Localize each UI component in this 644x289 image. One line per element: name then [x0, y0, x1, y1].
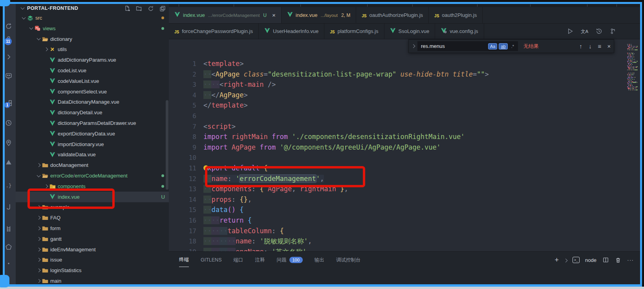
- code-line-15[interactable]: 15··data() {: [169, 205, 640, 215]
- panel-tab-cjk[interactable]: 端口: [234, 257, 243, 267]
- remote-explorer-icon[interactable]: [5, 71, 14, 80]
- tree-item-ideenvmanagement[interactable]: ideEnvManagement: [16, 244, 169, 255]
- tree-item-importdictionary-vue[interactable]: importDictionary.vue: [16, 139, 169, 150]
- tab-oauth2plugin-js[interactable]: JSoauth2Plugin.js: [429, 7, 483, 23]
- panel-tab-cjk[interactable]: 问题100: [277, 257, 303, 267]
- code-line-17[interactable]: 17······tableColumn: {: [169, 226, 640, 236]
- toggle-replace-chevron-icon[interactable]: [409, 45, 417, 48]
- tree-item-form[interactable]: form: [16, 223, 169, 234]
- terminal-instance-label[interactable]: node: [585, 257, 596, 263]
- split-terminal-icon[interactable]: [602, 256, 609, 263]
- tree-item-index-vue[interactable]: index.vueU: [16, 192, 169, 202]
- tree-item-example[interactable]: example: [16, 202, 169, 212]
- clock-icon[interactable]: [5, 119, 14, 127]
- whole-word-toggle[interactable]: ab: [499, 43, 507, 49]
- tree-item-dictionaryparamsdetaildrawer-vue[interactable]: dictionaryParamsDetailDrawer.vue: [16, 118, 169, 128]
- code-line-1[interactable]: 1<template>: [169, 59, 640, 69]
- pentagon-icon[interactable]: [5, 243, 14, 251]
- panel-tab-cjk[interactable]: 注释: [255, 257, 265, 267]
- tree-item-gantt[interactable]: gantt: [16, 234, 169, 244]
- code-line-3[interactable]: 3····<right-main />: [169, 79, 640, 90]
- new-terminal-button[interactable]: +: [555, 256, 559, 263]
- code-line-13[interactable]: 13··components: { AgPage, rightMain },: [169, 184, 640, 194]
- translate-icon[interactable]: 文A: [580, 27, 588, 35]
- tab-label: index.vue: [296, 12, 318, 18]
- pin-icon[interactable]: [5, 138, 14, 147]
- tree-item-exportdictionarydata-vue[interactable]: exportDictionaryData.vue: [16, 128, 169, 139]
- tab-platformconfigs-js[interactable]: JSplatformConfigs.js: [324, 24, 384, 39]
- code-line-18[interactable]: 18········name: '脱敏规则名称',: [169, 236, 640, 247]
- run-icon[interactable]: [566, 27, 574, 35]
- panel-tab-cjk[interactable]: 输出: [315, 257, 324, 267]
- code-line-2[interactable]: 2··<AgPage class="desensitization-list-p…: [169, 69, 640, 80]
- tree-item-adddictionaryparams-vue[interactable]: addDictionaryParams.vue: [16, 55, 169, 65]
- tree-item-dictionary[interactable]: dictionary: [16, 34, 169, 44]
- code-line-5[interactable]: 5</template>: [169, 100, 640, 111]
- tree-item-utils[interactable]: utils: [16, 44, 169, 55]
- tab-ssologin-vue[interactable]: SsoLogin.vue: [384, 24, 435, 39]
- tree-item-codevaluelist-vue[interactable]: codeValueList.vue: [16, 76, 169, 86]
- history-icon[interactable]: [595, 27, 603, 35]
- brace-icon[interactable]: .}: [5, 181, 14, 190]
- code-line-9[interactable]: 9import AgPage from '@/components/AgreeU…: [169, 142, 640, 153]
- triangle-icon[interactable]: [5, 158, 14, 166]
- find-next-icon[interactable]: ↓: [585, 42, 595, 51]
- code-editor[interactable]: 1<template>2··<AgPage class="desensitiza…: [169, 39, 640, 255]
- git-graph-icon[interactable]: [609, 27, 617, 35]
- tree-item-faq[interactable]: FAQ: [16, 212, 169, 223]
- explorer-header[interactable]: PORTAL-FRONTEND: [16, 4, 169, 13]
- code-line-14[interactable]: 14··props: {},: [169, 194, 640, 205]
- tree-item-validatedata-vue[interactable]: validateData.vue: [16, 149, 169, 160]
- code-line-8[interactable]: 8import rightMain from './components/des…: [169, 132, 640, 142]
- dot-icon[interactable]: [5, 259, 14, 268]
- code-line-10[interactable]: 10: [169, 152, 640, 163]
- tree-item-docmanagement[interactable]: docManagement: [16, 160, 169, 170]
- tree-item-datadictionarymanage-vue[interactable]: DataDictionaryManage.vue: [16, 97, 169, 107]
- match-case-toggle[interactable]: Aa: [488, 43, 497, 49]
- new-file-icon[interactable]: [124, 5, 130, 12]
- panel-tab-gitlens[interactable]: GITLENS: [201, 257, 222, 266]
- code-line-11[interactable]: 11export default {: [169, 163, 640, 174]
- sync-icon[interactable]: [5, 22, 14, 31]
- find-in-selection-icon[interactable]: ≡: [595, 42, 604, 51]
- tree-item-views[interactable]: views: [16, 23, 169, 34]
- tab-vue-config-js[interactable]: vue.config.js: [435, 24, 484, 39]
- terminal-dropdown-chevron-icon[interactable]: [564, 258, 568, 262]
- tab-oauthauthorizeplugin-js[interactable]: JSoauthAuthorizePlugin.js: [356, 7, 429, 23]
- new-folder-icon[interactable]: [135, 5, 142, 12]
- find-previous-icon[interactable]: ↑: [576, 42, 585, 51]
- run-chevron-icon[interactable]: [5, 53, 14, 61]
- kill-terminal-trash-icon[interactable]: [615, 256, 622, 263]
- tree-item-codelist-vue[interactable]: codeList.vue: [16, 65, 169, 76]
- code-line-4[interactable]: 4··</AgPage>: [169, 90, 640, 101]
- tree-scrollbar[interactable]: [166, 100, 168, 190]
- tree-item-main[interactable]: main: [16, 276, 169, 284]
- tab-forcechangepasswordplugin-js[interactable]: JSforceChangePasswordPlugin.js: [169, 24, 259, 39]
- refresh-icon[interactable]: [147, 5, 154, 12]
- lightbulb-icon[interactable]: [203, 165, 209, 170]
- panel-tab-cjk[interactable]: 调试控制台: [336, 257, 361, 267]
- tree-item-loginstatistics[interactable]: loginStatistics: [16, 265, 169, 276]
- ladder-icon[interactable]: [5, 225, 14, 233]
- collapse-all-icon[interactable]: [159, 5, 166, 12]
- code-line-16[interactable]: 16····return {: [169, 215, 640, 226]
- tree-item-components[interactable]: components: [16, 181, 169, 192]
- more-actions-icon[interactable]: ···: [627, 257, 634, 263]
- find-input[interactable]: res.menus Aa ab .*: [417, 41, 518, 51]
- tree-item-errorcode[interactable]: errorCode / errorCodeManagement: [16, 170, 169, 181]
- close-tab-icon[interactable]: ×: [272, 12, 276, 18]
- close-find-icon[interactable]: ×: [604, 42, 614, 51]
- tree-item-src[interactable]: src: [16, 13, 169, 23]
- regex-toggle[interactable]: .*: [509, 43, 516, 49]
- code-line-7[interactable]: 7<script>: [169, 121, 640, 132]
- panel-tab-cjk[interactable]: 终端: [179, 256, 189, 267]
- code-line-12[interactable]: 12··name: 'errorCodeManagement',: [169, 174, 640, 184]
- hook-icon[interactable]: [5, 203, 14, 211]
- code-line-6[interactable]: 6: [169, 111, 640, 121]
- tree-item-dictionarydetail-vue[interactable]: dictionaryDetail.vue: [16, 107, 169, 118]
- tree-item-issue[interactable]: issue: [16, 254, 169, 265]
- tab-index-vue[interactable]: index.vue.../errorCodeManagementU×: [169, 7, 282, 23]
- tab-index-vue[interactable]: index.vue.../layout2, M: [282, 7, 356, 23]
- tab-userheaderinfo-vue[interactable]: UserHeaderInfo.vue: [259, 24, 324, 39]
- tree-item-componentselect-vue[interactable]: componentSelect.vue: [16, 86, 169, 97]
